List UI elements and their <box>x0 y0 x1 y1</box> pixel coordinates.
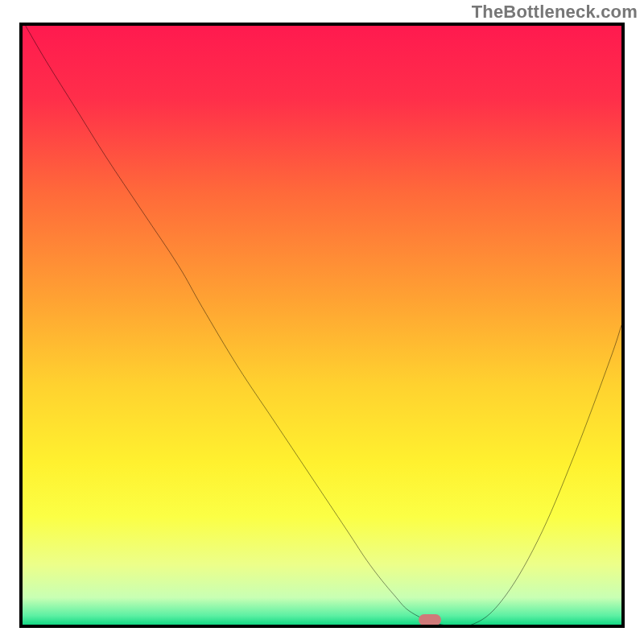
watermark-text: TheBottleneck.com <box>472 2 638 23</box>
optimal-point-marker <box>419 614 441 625</box>
bottleneck-curve <box>23 26 621 625</box>
plot-frame <box>19 23 625 628</box>
chart-container: TheBottleneck.com <box>0 0 644 644</box>
